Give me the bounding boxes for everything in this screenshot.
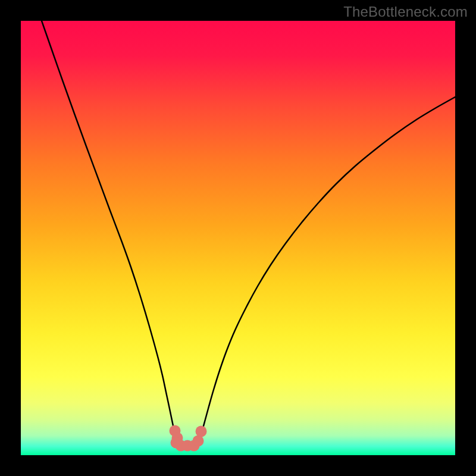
marker-dot (196, 426, 207, 437)
gradient-background (21, 21, 455, 455)
chart-svg (21, 21, 455, 455)
watermark-text: TheBottleneck.com (343, 4, 468, 20)
chart-frame: TheBottleneck.com (0, 0, 476, 476)
plot-area (21, 21, 455, 455)
